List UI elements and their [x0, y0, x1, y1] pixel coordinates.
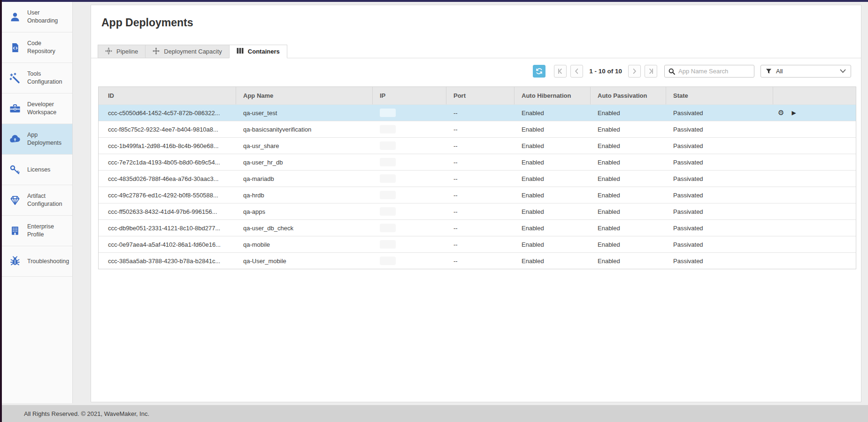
sidebar-item-artifact-configuration[interactable]: Artifact Configuration: [2, 185, 72, 216]
cell-id: ccc-0e97aea4-a5af-4102-86a1-fd60e16...: [99, 236, 236, 252]
cell-state: Passivated: [666, 187, 773, 203]
building-icon: [9, 225, 21, 237]
sidebar-item-label: Licenses: [27, 166, 50, 174]
cell-id: ccc-ff502633-8432-41d4-97b6-996156...: [99, 203, 236, 219]
cell-ip: [373, 187, 446, 203]
cell-auto-hibernation: Enabled: [515, 220, 591, 236]
table-row[interactable]: ccc-ff502633-8432-41d4-97b6-996156...qa-…: [99, 203, 856, 219]
column-header-actions: [773, 87, 856, 104]
chevron-down-icon: [840, 69, 846, 73]
cell-id: ccc-c5050d64-1452-4c57-872b-086322...: [99, 105, 236, 121]
tab-pipeline[interactable]: Pipeline: [98, 45, 145, 58]
toolbox-icon: [9, 102, 21, 115]
ip-empty-indicator: [380, 109, 396, 117]
pipeline-icon: [105, 47, 112, 56]
first-page-button[interactable]: [554, 65, 567, 78]
cell-id: ccc-49c27876-ed1c-4292-b0f8-550588...: [99, 187, 236, 203]
window-top-accent: [0, 0, 868, 2]
cell-actions: [773, 187, 856, 203]
previous-page-button[interactable]: [570, 65, 583, 78]
sidebar-item-label: Artifact Configuration: [27, 192, 69, 208]
cell-ip: [373, 121, 446, 137]
table-row[interactable]: ccc-4835d026-788f-46ea-a76d-30aac3...qa-…: [99, 170, 856, 187]
sidebar-item-code-repository[interactable]: Code Repository: [2, 32, 72, 63]
tab-label: Deployment Capacity: [164, 48, 222, 55]
cell-auto-hibernation: Enabled: [515, 203, 591, 219]
table-toolbar: 1 - 10 of 10 All: [533, 64, 851, 78]
containers-table: ID App Name IP Port Auto Hibernation Aut…: [98, 86, 856, 269]
cell-auto-hibernation: Enabled: [515, 187, 591, 203]
table-row[interactable]: ccc-1b499fa1-2d98-416b-8c4b-960e68...qa-…: [99, 137, 856, 154]
ip-empty-indicator: [380, 125, 396, 133]
bug-icon: [9, 255, 21, 267]
cell-state: Passivated: [666, 138, 773, 154]
window-left-accent: [0, 0, 2, 422]
ip-empty-indicator: [380, 207, 396, 216]
cell-auto-passivation: Enabled: [591, 138, 666, 154]
cell-actions: [773, 220, 856, 236]
cell-id: ccc-4835d026-788f-46ea-a76d-30aac3...: [99, 171, 236, 187]
table-row[interactable]: ccc-49c27876-ed1c-4292-b0f8-550588...qa-…: [99, 187, 856, 203]
column-header-auto-passivation: Auto Passivation: [591, 87, 666, 104]
sidebar-item-label: User Onboarding: [27, 9, 69, 25]
cell-id: ccc-385aa5ab-3788-4230-b78a-b2841c...: [99, 253, 236, 269]
table-row[interactable]: ccc-f85c75c2-9232-4ee7-b404-9810a8...qa-…: [99, 121, 856, 137]
next-page-button[interactable]: [628, 65, 641, 78]
table-row[interactable]: ccc-385aa5ab-3788-4230-b78a-b2841c...qa-…: [99, 252, 856, 269]
cell-ip: [373, 171, 446, 187]
sidebar-item-label: Tools Configuration: [27, 70, 69, 86]
table-row[interactable]: ccc-0e97aea4-a5af-4102-86a1-fd60e16...qa…: [99, 236, 856, 252]
cell-ip: [373, 105, 446, 121]
settings-gear-icon[interactable]: ⚙: [778, 109, 784, 117]
sidebar-item-licenses[interactable]: Licenses: [2, 155, 72, 185]
sidebar-item-enterprise-profile[interactable]: Enterprise Profile: [2, 216, 72, 246]
column-header-id: ID: [99, 87, 236, 104]
filter-dropdown[interactable]: All: [760, 65, 851, 78]
footer: All Rights Reserved. © 2021, WaveMaker, …: [0, 405, 868, 422]
column-header-app-name: App Name: [236, 87, 373, 104]
sidebar: User Onboarding Code Repository Tools Co…: [2, 2, 73, 403]
ip-empty-indicator: [380, 191, 396, 199]
cell-state: Passivated: [666, 154, 773, 170]
sidebar-item-tools-configuration[interactable]: Tools Configuration: [2, 63, 72, 94]
table-row[interactable]: ccc-db9be051-2331-4121-8c10-8bd277...qa-…: [99, 219, 856, 236]
cell-auto-passivation: Enabled: [591, 121, 666, 137]
columns-icon: [237, 47, 244, 55]
cell-actions: [773, 138, 856, 154]
cell-auto-hibernation: Enabled: [515, 236, 591, 252]
cell-auto-passivation: Enabled: [591, 220, 666, 236]
cell-ip: [373, 154, 446, 170]
cell-port: --: [446, 187, 515, 203]
cell-id: ccc-7e72c1da-4193-4b05-b8d0-6b9c54...: [99, 154, 236, 170]
last-page-button[interactable]: [645, 65, 657, 78]
table-row[interactable]: ccc-c5050d64-1452-4c57-872b-086322...qa-…: [99, 104, 856, 121]
tab-bar: Pipeline Deployment Capacity Containers: [98, 45, 287, 58]
run-play-icon[interactable]: ▶: [791, 110, 796, 116]
cell-ip: [373, 236, 446, 252]
sidebar-item-user-onboarding[interactable]: User Onboarding: [2, 2, 72, 32]
cell-port: --: [446, 220, 515, 236]
refresh-button[interactable]: [533, 65, 545, 78]
sidebar-item-label: Code Repository: [27, 39, 69, 55]
cell-state: Passivated: [666, 171, 773, 187]
page-title: App Deployments: [101, 16, 193, 29]
cell-auto-hibernation: Enabled: [515, 121, 591, 137]
filter-funnel-icon: [766, 68, 772, 74]
cell-auto-passivation: Enabled: [591, 203, 666, 219]
sidebar-item-developer-workspace[interactable]: Developer Workspace: [2, 94, 72, 124]
table-row[interactable]: ccc-7e72c1da-4193-4b05-b8d0-6b9c54...qa-…: [99, 154, 856, 170]
search-input[interactable]: [665, 65, 754, 77]
cell-port: --: [446, 253, 515, 269]
cell-state: Passivated: [666, 253, 773, 269]
sidebar-item-troubleshooting[interactable]: Troubleshooting: [2, 246, 72, 277]
cell-actions: [773, 203, 856, 219]
cell-app-name: qa-user_db_check: [236, 220, 373, 236]
cell-auto-hibernation: Enabled: [515, 154, 591, 170]
cell-state: Passivated: [666, 203, 773, 219]
tab-deployment-capacity[interactable]: Deployment Capacity: [145, 45, 229, 58]
cell-app-name: qa-hrdb: [236, 187, 373, 203]
tab-label: Pipeline: [116, 48, 138, 55]
cell-app-name: qa-apps: [236, 203, 373, 219]
tab-containers[interactable]: Containers: [229, 45, 287, 58]
sidebar-item-app-deployments[interactable]: App Deployments: [2, 124, 72, 155]
